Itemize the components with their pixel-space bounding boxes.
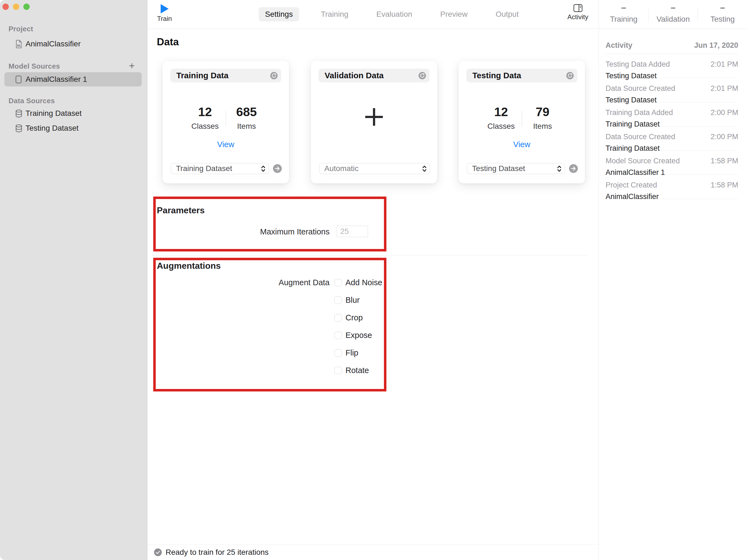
status-bar: Ready to train for 25 iterations xyxy=(148,544,599,560)
dropdown-value: Training Dataset xyxy=(176,164,261,173)
chevron-up-down-icon xyxy=(557,165,562,172)
tab-evaluation[interactable]: Evaluation xyxy=(370,7,418,21)
tab-training[interactable]: Training xyxy=(314,7,355,21)
expose-label: Expose xyxy=(345,331,372,340)
items-count: 79 xyxy=(522,105,563,119)
testing-data-dropdown[interactable]: Testing Dataset xyxy=(467,163,565,174)
blur-checkbox[interactable] xyxy=(335,296,342,304)
activity-entry: Testing Data Added 2:01 PM Testing Datas… xyxy=(606,54,738,78)
dataset-stats: 12 Classes 685 Items xyxy=(162,105,289,131)
tab-preview[interactable]: Preview xyxy=(434,7,474,21)
activity-entry: Model Source Created 1:58 PM AnimalClass… xyxy=(606,151,738,175)
sidebar-item-label: Training Dataset xyxy=(26,109,82,118)
flip-label: Flip xyxy=(345,348,358,357)
expose-checkbox[interactable] xyxy=(335,331,342,339)
items-label: Items xyxy=(226,122,267,131)
create-ml-window: Project ML AnimalClassifier Model Source… xyxy=(0,0,747,560)
section-divider xyxy=(153,255,587,256)
open-dataset-button[interactable] xyxy=(273,164,282,173)
testing-metric: – Testing xyxy=(698,0,747,29)
tab-output[interactable]: Output xyxy=(489,7,525,21)
blur-label: Blur xyxy=(345,296,360,305)
play-icon xyxy=(160,4,169,14)
sidebar-item-model-source[interactable]: AnimalClassifier 1 xyxy=(0,72,148,86)
max-iterations-input[interactable]: 25 xyxy=(337,225,368,237)
sidebar-item-label: AnimalClassifier 1 xyxy=(26,75,87,84)
tab-settings[interactable]: Settings xyxy=(259,7,299,21)
card-title: Validation Data xyxy=(325,71,384,80)
items-label: Items xyxy=(522,122,563,131)
activity-entry-subtitle: AnimalClassifier xyxy=(606,192,738,201)
chevron-up-down-icon xyxy=(261,165,266,172)
activity-entry-time: 2:01 PM xyxy=(711,60,738,69)
activity-entry-time: 2:00 PM xyxy=(711,108,738,117)
add-noise-checkbox[interactable] xyxy=(335,279,342,286)
minimize-button[interactable] xyxy=(13,4,19,10)
validation-data-dropdown[interactable]: Automatic xyxy=(319,163,430,174)
zoom-button[interactable] xyxy=(23,4,30,10)
activity-button-label: Activity xyxy=(563,13,593,21)
model-sources-section-header: Model Sources xyxy=(8,62,60,71)
model-document-icon xyxy=(16,76,22,83)
activity-entry-title: Project Created xyxy=(606,181,657,189)
parameters-annotation-box xyxy=(153,196,386,251)
activity-entry-time: 1:58 PM xyxy=(711,181,738,189)
data-sources-section-header: Data Sources xyxy=(8,97,55,105)
validation-metric: – Validation xyxy=(648,0,698,29)
augment-data-label: Augment Data xyxy=(230,278,330,287)
sidebar-item-label: AnimalClassifier xyxy=(26,39,81,48)
sidebar-item-training-dataset[interactable]: Training Dataset xyxy=(0,106,148,121)
train-button-label: Train xyxy=(154,15,176,23)
card-title: Testing Data xyxy=(472,71,521,80)
classes-count: 12 xyxy=(184,105,226,119)
activity-list: Testing Data Added 2:01 PM Testing Datas… xyxy=(606,54,738,199)
flip-checkbox[interactable] xyxy=(335,349,342,356)
view-link[interactable]: View xyxy=(459,140,585,149)
training-data-card: Training Data 12 Classes 685 Items View xyxy=(162,61,289,183)
sidebar-item-project[interactable]: ML AnimalClassifier xyxy=(0,37,148,51)
parameters-heading: Parameters xyxy=(157,205,205,215)
activity-entry-time: 2:01 PM xyxy=(711,84,738,93)
refresh-icon[interactable] xyxy=(418,72,426,80)
main-area: Train Settings Training Evaluation Previ… xyxy=(148,0,599,560)
validation-metric-value: – xyxy=(648,3,698,11)
database-icon xyxy=(16,109,22,117)
crop-checkbox[interactable] xyxy=(335,314,342,321)
database-icon xyxy=(16,124,22,132)
activity-header: Activity xyxy=(606,41,633,50)
view-link[interactable]: View xyxy=(162,140,289,149)
validation-metric-label: Validation xyxy=(648,15,698,24)
activity-entry: Project Created 1:58 PM AnimalClassifier xyxy=(606,175,738,199)
activity-entry: Data Source Created 2:01 PM Testing Data… xyxy=(606,78,738,102)
validation-data-card: Validation Data Automatic xyxy=(311,61,437,183)
activity-entry-title: Data Source Created xyxy=(606,133,675,141)
metrics-summary: – Training – Validation – Testing xyxy=(599,0,747,29)
tab-bar: Settings Training Evaluation Preview Out… xyxy=(259,7,525,21)
crop-label: Crop xyxy=(345,313,363,322)
sidebar-item-testing-dataset[interactable]: Testing Dataset xyxy=(0,121,148,135)
activity-entry-title: Model Source Created xyxy=(606,157,680,165)
refresh-icon[interactable] xyxy=(566,72,574,80)
training-metric-value: – xyxy=(599,3,648,11)
add-validation-data-icon[interactable] xyxy=(365,108,383,127)
activity-toggle-button[interactable]: Activity xyxy=(563,3,593,21)
activity-entry-time: 2:00 PM xyxy=(711,133,738,141)
testing-data-card: Testing Data 12 Classes 79 Items View xyxy=(459,61,585,183)
sidebar-item-label: Testing Dataset xyxy=(26,124,79,133)
testing-metric-value: – xyxy=(698,3,747,11)
add-model-source-button[interactable]: + xyxy=(126,60,137,71)
activity-entry-title: Testing Data Added xyxy=(606,60,670,69)
activity-entry-title: Training Data Added xyxy=(606,108,673,117)
open-dataset-button[interactable] xyxy=(569,164,578,173)
training-metric-label: Training xyxy=(599,15,648,24)
train-button[interactable]: Train xyxy=(154,3,176,23)
chevron-up-down-icon xyxy=(422,165,427,172)
dataset-stats: 12 Classes 79 Items xyxy=(459,105,585,131)
close-button[interactable] xyxy=(2,4,9,10)
training-data-dropdown[interactable]: Training Dataset xyxy=(171,163,269,174)
project-section-header: Project xyxy=(8,25,33,33)
activity-entry: Training Data Added 2:00 PM Training Dat… xyxy=(606,102,738,127)
rotate-checkbox[interactable] xyxy=(335,367,342,374)
page-title: Data xyxy=(157,36,179,48)
refresh-icon[interactable] xyxy=(270,72,278,80)
